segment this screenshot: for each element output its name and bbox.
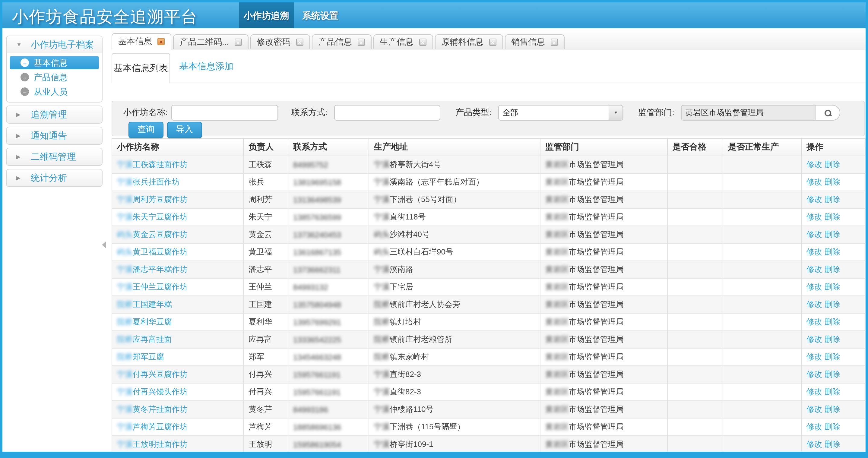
close-icon[interactable]: × xyxy=(550,38,558,45)
tab-修改密码[interactable]: 修改密码× xyxy=(250,34,310,49)
blurred-town-prefix: 宁溪 xyxy=(117,177,133,186)
modify-link[interactable]: 修改 xyxy=(806,335,822,344)
modify-link[interactable]: 修改 xyxy=(806,160,822,169)
workshop-name-link[interactable]: 屿头黄金云豆腐作坊 xyxy=(117,230,188,239)
tab-生产信息[interactable]: 生产信息× xyxy=(373,34,433,49)
delete-link[interactable]: 删除 xyxy=(825,352,840,361)
modify-link[interactable]: 修改 xyxy=(806,282,822,291)
operations-cell: 修改删除 xyxy=(801,331,865,348)
delete-link[interactable]: 删除 xyxy=(825,282,840,291)
modify-link[interactable]: 修改 xyxy=(806,439,822,449)
blurred-town-prefix: 院桥 xyxy=(117,352,133,361)
close-icon[interactable]: × xyxy=(489,38,496,45)
workshop-name-link[interactable]: 宁溪张兵挂面作坊 xyxy=(117,177,180,186)
delete-link[interactable]: 删除 xyxy=(825,195,840,204)
nav-item-trace[interactable]: 小作坊追溯 xyxy=(239,2,294,28)
delete-link[interactable]: 删除 xyxy=(825,405,840,414)
delete-link[interactable]: 删除 xyxy=(825,212,840,221)
delete-link[interactable]: 删除 xyxy=(825,177,840,186)
workshop-name-link[interactable]: 宁溪芦梅芳豆腐作坊 xyxy=(117,422,188,431)
modify-link[interactable]: 修改 xyxy=(806,212,822,221)
modify-link[interactable]: 修改 xyxy=(806,300,822,309)
accordion-header-archive[interactable]: ▼ 小作坊电子档案 xyxy=(7,36,102,53)
sidebar-item[interactable]: →产品信息 xyxy=(10,71,99,84)
tab-原辅料信息[interactable]: 原辅料信息× xyxy=(435,34,503,49)
workshop-name-link[interactable]: 宁溪王仲兰豆腐作坊 xyxy=(117,282,188,291)
delete-link[interactable]: 删除 xyxy=(825,300,840,309)
delete-link[interactable]: 删除 xyxy=(825,247,840,256)
dropdown-arrow-icon[interactable]: ▼ xyxy=(609,105,622,120)
close-icon[interactable]: × xyxy=(296,38,303,45)
delete-link[interactable]: 删除 xyxy=(825,317,840,326)
modify-link[interactable]: 修改 xyxy=(806,230,822,239)
blurred-phone: 13336542225 xyxy=(293,335,341,344)
address-cell: 宁溪直街82-3 xyxy=(369,383,540,401)
close-icon[interactable]: × xyxy=(234,38,242,45)
workshop-name-link[interactable]: 宁溪周利芳豆腐作坊 xyxy=(117,195,188,204)
workshop-name-link[interactable]: 宁溪王放明挂面作坊 xyxy=(117,439,188,449)
accordion-header[interactable]: ▶二维码管理 xyxy=(7,149,102,165)
accordion-header[interactable]: ▶追溯管理 xyxy=(7,106,102,123)
modify-link[interactable]: 修改 xyxy=(806,195,822,204)
workshop-name-link[interactable]: 屿头黄卫福豆腐作坊 xyxy=(117,247,188,256)
close-icon[interactable]: × xyxy=(157,38,165,45)
normal-production-cell xyxy=(723,436,801,452)
department-search-button[interactable] xyxy=(815,105,840,121)
import-button[interactable]: 导入 xyxy=(167,122,202,138)
modify-link[interactable]: 修改 xyxy=(806,247,822,256)
subtab-list[interactable]: 基本信息列表 xyxy=(112,53,170,83)
qualified-cell xyxy=(668,348,723,366)
accordion-header[interactable]: ▶通知通告 xyxy=(7,127,102,144)
workshop-name-link[interactable]: 院桥夏利华豆腐 xyxy=(117,317,172,326)
workshop-name-link[interactable]: 宁溪王秩森挂面作坊 xyxy=(117,160,188,169)
workshop-name-input[interactable] xyxy=(171,105,278,121)
product-type-value[interactable] xyxy=(498,105,623,121)
workshop-name-link[interactable]: 宁溪潘志平年糕作坊 xyxy=(117,265,188,274)
modify-link[interactable]: 修改 xyxy=(806,405,822,414)
workshop-name-link[interactable]: 院桥应再富挂面 xyxy=(117,335,172,344)
sidebar-item[interactable]: →基本信息 xyxy=(10,56,99,69)
tab-产品信息[interactable]: 产品信息× xyxy=(312,34,371,49)
department-input[interactable] xyxy=(681,105,815,121)
workshop-name-link[interactable]: 宁溪朱天宁豆腐作坊 xyxy=(117,212,188,221)
contact-input[interactable] xyxy=(334,105,440,121)
delete-link[interactable]: 删除 xyxy=(825,422,840,431)
modify-link[interactable]: 修改 xyxy=(806,177,822,186)
workshop-name-text: 张兵挂面作坊 xyxy=(133,177,180,186)
workshop-name-link[interactable]: 宁溪付再兴馒头作坊 xyxy=(117,387,188,396)
delete-link[interactable]: 删除 xyxy=(825,230,840,239)
blurred-phone: 15957661191 xyxy=(293,387,341,396)
delete-link[interactable]: 删除 xyxy=(825,387,840,396)
modify-link[interactable]: 修改 xyxy=(806,352,822,361)
workshop-name-link[interactable]: 院桥郑军豆腐 xyxy=(117,352,164,361)
delete-link[interactable]: 删除 xyxy=(825,160,840,169)
sidebar-item[interactable]: →从业人员 xyxy=(10,85,99,98)
department-text: 市场监督管理局 xyxy=(569,387,624,396)
blurred-dept-prefix: 黄岩区 xyxy=(545,317,569,326)
modify-link[interactable]: 修改 xyxy=(806,265,822,274)
tab-销售信息[interactable]: 销售信息× xyxy=(504,34,564,49)
tab-label: 销售信息 xyxy=(511,36,545,47)
tab-产品二维码...[interactable]: 产品二维码...× xyxy=(173,34,248,49)
close-icon[interactable]: × xyxy=(358,38,365,45)
delete-link[interactable]: 删除 xyxy=(825,335,840,344)
delete-link[interactable]: 删除 xyxy=(825,439,840,449)
modify-link[interactable]: 修改 xyxy=(806,317,822,326)
modify-link[interactable]: 修改 xyxy=(806,422,822,431)
modify-link[interactable]: 修改 xyxy=(806,370,822,379)
query-button[interactable]: 查询 xyxy=(128,122,163,138)
tab-基本信息[interactable]: 基本信息× xyxy=(112,33,171,50)
workshop-name-link[interactable]: 宁溪付再兴豆腐作坊 xyxy=(117,370,188,379)
accordion-header[interactable]: ▶统计分析 xyxy=(7,169,102,186)
close-icon[interactable]: × xyxy=(419,38,426,45)
sidebar-collapse-handle[interactable] xyxy=(102,241,106,249)
subtab-add-link[interactable]: 基本信息添加 xyxy=(179,50,234,83)
accordion-title: 二维码管理 xyxy=(31,151,76,162)
nav-item-settings[interactable]: 系统设置 xyxy=(298,2,343,28)
workshop-name-link[interactable]: 宁溪黄冬芹挂面作坊 xyxy=(117,405,188,414)
workshop-name-link[interactable]: 院桥王国建年糕 xyxy=(117,300,172,309)
delete-link[interactable]: 删除 xyxy=(825,370,840,379)
delete-link[interactable]: 删除 xyxy=(825,265,840,274)
modify-link[interactable]: 修改 xyxy=(806,387,822,396)
product-type-select[interactable]: ▼ xyxy=(498,105,623,121)
